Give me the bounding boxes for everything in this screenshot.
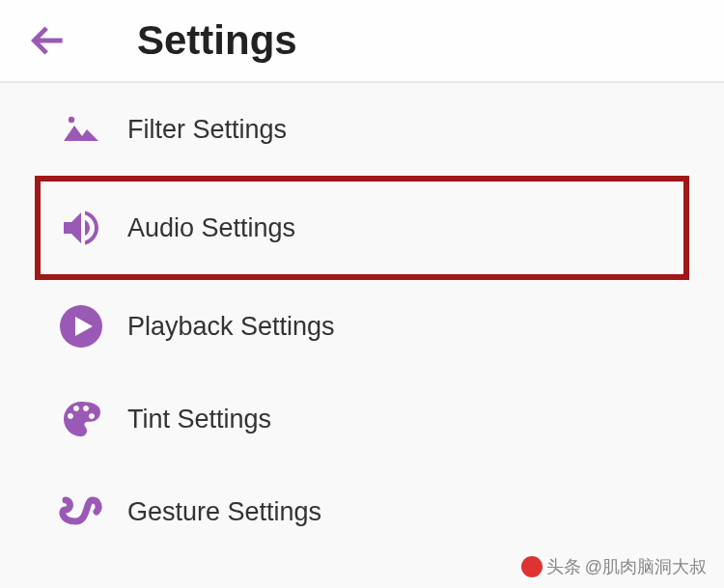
- settings-item-label: Filter Settings: [127, 115, 287, 145]
- settings-item-label: Gesture Settings: [127, 497, 321, 527]
- svg-point-0: [69, 117, 74, 123]
- settings-item-playback[interactable]: Playback Settings: [0, 280, 724, 373]
- settings-item-label: Tint Settings: [127, 405, 271, 434]
- watermark-logo-icon: [521, 556, 543, 577]
- palette-icon: [35, 396, 127, 442]
- arrow-left-icon: [27, 19, 70, 62]
- watermark-prefix: 头条: [546, 555, 581, 578]
- settings-item-label: Playback Settings: [127, 312, 335, 342]
- header: Settings: [0, 0, 724, 83]
- settings-list: Filter Settings Audio Settings Playback …: [0, 83, 724, 558]
- settings-item-filter[interactable]: Filter Settings: [0, 83, 724, 176]
- squiggle-icon: [35, 489, 127, 535]
- back-button[interactable]: [27, 19, 70, 62]
- settings-item-label: Audio Settings: [127, 213, 295, 243]
- play-icon: [35, 303, 127, 350]
- settings-item-tint[interactable]: Tint Settings: [0, 373, 724, 465]
- speaker-icon: [35, 205, 127, 251]
- watermark: 头条 @肌肉脑洞大叔: [521, 555, 707, 578]
- mountains-icon: [35, 106, 127, 153]
- page-title: Settings: [137, 17, 297, 64]
- settings-item-audio[interactable]: Audio Settings: [35, 176, 689, 280]
- watermark-handle: @肌肉脑洞大叔: [585, 555, 707, 578]
- settings-item-gesture[interactable]: Gesture Settings: [0, 465, 724, 558]
